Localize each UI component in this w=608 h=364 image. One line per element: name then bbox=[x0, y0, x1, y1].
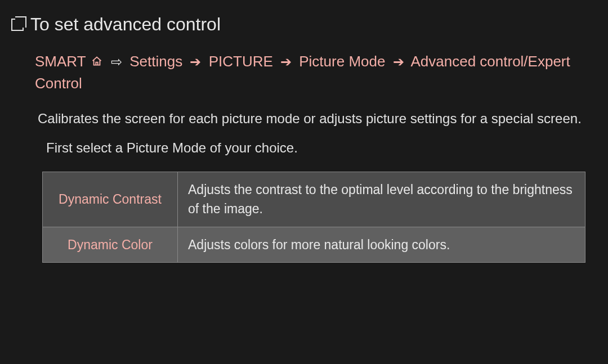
breadcrumb-item: Settings bbox=[129, 53, 182, 70]
breadcrumb-item: PICTURE bbox=[209, 53, 273, 70]
row-label: Dynamic Contrast bbox=[43, 172, 178, 227]
table-row: Dynamic Color Adjusts colors for more na… bbox=[43, 227, 585, 263]
home-icon bbox=[91, 57, 102, 67]
table-row: Dynamic Contrast Adjusts the contrast to… bbox=[43, 172, 585, 227]
breadcrumb: SMART ⇨ Settings ➔ PICTURE ➔ Picture Mod… bbox=[11, 51, 597, 95]
arrow-right-hollow-icon: ⇨ bbox=[111, 54, 122, 69]
row-desc: Adjusts colors for more natural looking … bbox=[178, 227, 585, 263]
breadcrumb-item: Picture Mode bbox=[299, 53, 385, 70]
row-label: Dynamic Color bbox=[43, 227, 178, 263]
page-title: To set advanced control bbox=[30, 14, 221, 35]
breadcrumb-smart: SMART bbox=[35, 53, 86, 70]
title-row: To set advanced control bbox=[11, 14, 597, 35]
paragraph: Calibrates the screen for each picture m… bbox=[35, 108, 597, 129]
settings-table: Dynamic Contrast Adjusts the contrast to… bbox=[42, 172, 585, 263]
paragraph: First select a Picture Mode of your choi… bbox=[35, 137, 597, 159]
arrow-right-icon: ➔ bbox=[280, 54, 292, 69]
section-box-icon bbox=[11, 19, 24, 31]
body-text: Calibrates the screen for each picture m… bbox=[11, 108, 597, 159]
row-desc: Adjusts the contrast to the optimal leve… bbox=[178, 172, 585, 227]
arrow-right-icon: ➔ bbox=[190, 54, 201, 69]
arrow-right-icon: ➔ bbox=[393, 54, 404, 69]
